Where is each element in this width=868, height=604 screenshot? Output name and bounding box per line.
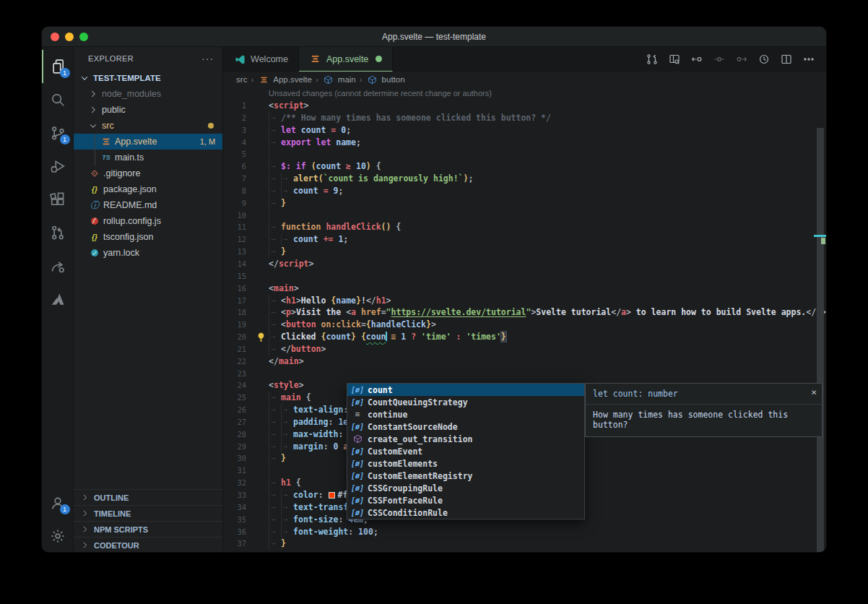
zoom-window-button[interactable] — [79, 33, 88, 41]
code-line-16[interactable]: 16<main> — [223, 282, 826, 295]
breadcrumb-button[interactable]: button — [366, 75, 405, 85]
file-item-tsconfig.json[interactable]: {}tsconfig.json — [74, 229, 222, 245]
line-number: 36 — [223, 526, 256, 538]
file-item-README.md[interactable]: ⓘREADME.md — [74, 197, 222, 213]
file-item-public[interactable]: public — [74, 102, 222, 118]
completion-item-CSSConditionRule[interactable]: [ø]CSSConditionRule — [347, 506, 584, 519]
completion-item-CSSFontFaceRule[interactable]: [ø]CSSFontFaceRule — [347, 494, 584, 506]
completion-item-CountQueuingStrategy[interactable]: [ø]CountQueuingStrategy — [347, 396, 584, 408]
code-line-3[interactable]: 3→let count = 0; — [223, 124, 826, 137]
completion-item-continue[interactable]: ≡continue — [347, 408, 584, 420]
code-line-4[interactable]: 4→export let name; — [223, 137, 826, 149]
code-area[interactable]: Unsaved changes (cannot determine recent… — [223, 87, 826, 553]
more-actions-icon[interactable]: ··· — [201, 53, 214, 64]
activity-explorer[interactable]: 1 — [42, 50, 74, 83]
activity-source-control[interactable]: 1 — [42, 116, 74, 150]
completion-item-CustomEvent[interactable]: [ø]CustomEvent — [347, 445, 584, 457]
breadcrumb-src[interactable]: src — [236, 75, 247, 84]
current-change-icon[interactable] — [711, 51, 728, 68]
code-line-5[interactable]: 5 — [223, 148, 826, 160]
breadcrumb-separator: › — [316, 75, 318, 84]
file-label: README.md — [103, 200, 222, 210]
file-item-node_modules[interactable]: node_modules — [74, 86, 222, 102]
file-item-.gitignore[interactable]: .gitignore — [74, 165, 222, 181]
code-line-21[interactable]: 21→</button> — [223, 343, 826, 355]
code-line-8[interactable]: 8→→count = 9; — [223, 185, 826, 197]
activity-live-share[interactable] — [42, 249, 74, 282]
close-window-button[interactable] — [51, 33, 59, 41]
code-line-23[interactable]: 23 — [223, 368, 826, 380]
code-line-11[interactable]: 11→function handleClick() { — [223, 221, 826, 233]
code-line-12[interactable]: 12→→count += 1; — [223, 233, 826, 246]
split-editor-icon[interactable] — [778, 51, 795, 68]
previous-change-icon[interactable] — [688, 51, 706, 68]
next-change-icon[interactable] — [733, 51, 750, 68]
breadcrumb-App.svelte[interactable]: App.svelte — [257, 75, 312, 85]
minimize-window-button[interactable] — [65, 33, 74, 41]
lightbulb-icon[interactable] — [256, 332, 266, 342]
section-timeline[interactable]: TIMELINE — [74, 505, 222, 521]
section-codetour[interactable]: CODETOUR — [74, 537, 222, 553]
file-item-package.json[interactable]: {}package.json — [74, 181, 222, 197]
code-line-19[interactable]: 19→<button on:click={handleClick}> — [223, 319, 826, 331]
activity-accounts[interactable]: 1 — [42, 486, 74, 519]
file-history-icon[interactable] — [755, 51, 773, 68]
tab-whitespace: → — [281, 416, 293, 428]
code-line-17[interactable]: 17→<h1>Hello {name}!</h1> — [223, 295, 826, 307]
line-number: 37 — [223, 538, 256, 550]
line-number: 17 — [223, 295, 256, 307]
code-line-15[interactable]: 15 — [223, 270, 826, 282]
tab-welcome[interactable]: Welcome — [223, 47, 299, 72]
activity-settings[interactable] — [42, 519, 74, 553]
activity-extensions[interactable] — [42, 183, 74, 216]
tree-root-test-template[interactable]: TEST-TEMPLATE — [74, 70, 222, 86]
code-line-7[interactable]: 7→→alert(`count is dangerously high!`); — [223, 173, 826, 185]
color-swatch[interactable] — [329, 492, 335, 499]
code-line-37[interactable]: 37→} — [223, 538, 826, 550]
code-line-20[interactable]: 20→Clicked {count} {coun ≡ 1 ? 'time' : … — [223, 331, 826, 343]
breadcrumb: src›App.svelte›main›button — [223, 72, 826, 87]
code-line-2[interactable]: 2→/** How many times has someone clicked… — [223, 112, 826, 124]
file-item-App.svelte[interactable]: App.svelte 1, M — [74, 134, 222, 150]
tab-label: App.svelte — [326, 54, 368, 64]
completion-item-count[interactable]: [ø]count — [347, 384, 584, 396]
activity-github-pr[interactable] — [42, 216, 74, 249]
close-icon[interactable]: × — [811, 387, 817, 397]
code-line-6[interactable]: 6→$: if (count ≥ 10) { — [223, 160, 826, 173]
line-number: 31 — [223, 465, 256, 477]
scrollbar[interactable] — [817, 128, 824, 553]
line-number: 3 — [223, 124, 256, 137]
code-line-9[interactable]: 9→} — [223, 197, 826, 210]
completion-item-customElements[interactable]: [ø]customElements — [347, 457, 584, 470]
section-npm-scripts[interactable]: NPM SCRIPTS — [74, 521, 222, 537]
code-line-22[interactable]: 22</main> — [223, 355, 826, 368]
code-line-14[interactable]: 14</script> — [223, 258, 826, 270]
code-line-36[interactable]: 36→→font-weight: 100; — [223, 526, 826, 538]
tab-app-svelte[interactable]: App.svelte — [299, 47, 393, 72]
file-item-main.ts[interactable]: TSmain.ts — [74, 150, 222, 165]
chev-right-icon — [78, 509, 91, 518]
codelens-blame[interactable]: Unsaved changes (cannot determine recent… — [223, 87, 826, 100]
more-actions-icon[interactable] — [800, 51, 817, 68]
activity-run-debug[interactable] — [42, 150, 74, 183]
activity-search[interactable] — [42, 83, 74, 116]
code-line-13[interactable]: 13→} — [223, 246, 826, 258]
file-item-yarn.lock[interactable]: yarn.lock — [74, 245, 222, 261]
vscode-window: App.svelte — test-template 111 EXPLORER … — [41, 26, 827, 553]
breadcrumb-main[interactable]: main — [322, 75, 356, 85]
file-item-src[interactable]: src — [74, 118, 222, 134]
modified-dot[interactable] — [376, 56, 382, 62]
completion-item-CSSGroupingRule[interactable]: [ø]CSSGroupingRule — [347, 482, 584, 494]
completion-item-create_out_transition[interactable]: create_out_transition — [347, 433, 584, 445]
code-line-10[interactable]: 10 — [223, 210, 826, 222]
activity-azure[interactable] — [42, 282, 74, 316]
completion-item-ConstantSourceNode[interactable]: [ø]ConstantSourceNode — [347, 420, 584, 433]
code-line-18[interactable]: 18→<p>Visit the <a href="https://svelte.… — [223, 306, 826, 319]
completion-item-CustomElementRegistry[interactable]: [ø]CustomElementRegistry — [347, 470, 584, 482]
section-outline[interactable]: OUTLINE — [74, 489, 222, 505]
file-label: rollup.config.js — [103, 216, 222, 226]
file-item-rollup.config.js[interactable]: rollup.config.js — [74, 213, 222, 229]
source-control-graph-icon[interactable] — [643, 51, 661, 68]
code-line-1[interactable]: 1<script> — [223, 100, 826, 112]
open-preview-icon[interactable] — [666, 51, 683, 68]
